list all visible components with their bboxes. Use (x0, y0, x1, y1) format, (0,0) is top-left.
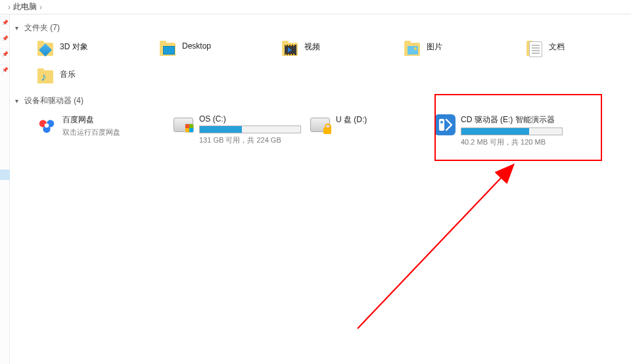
folder-documents[interactable]: 文档 (521, 37, 594, 62)
device-name: 百度网盘 (62, 114, 165, 125)
device-name: U 盘 (D:) (336, 114, 427, 125)
sidebar-selection-indicator (0, 170, 10, 180)
baidu-netdisk-icon (36, 114, 57, 135)
folder-label: 文档 (549, 40, 565, 53)
folder-icon (36, 40, 56, 60)
group-title: 设备和驱动器 (4) (24, 95, 83, 106)
device-usb-d[interactable]: U 盘 (D:) (306, 110, 431, 151)
folder-desktop[interactable]: Desktop (154, 37, 277, 62)
folder-label: Desktop (182, 40, 211, 51)
folder-icon (158, 40, 178, 60)
device-name: OS (C:) (199, 114, 302, 124)
folder-icon (281, 40, 300, 60)
usb-drive-icon (310, 114, 331, 135)
device-baidu-netdisk[interactable]: 百度网盘 双击运行百度网盘 (32, 110, 169, 151)
folder-pictures[interactable]: 图片 (399, 37, 521, 62)
pin-icon: 📌 (2, 35, 7, 41)
folder-label: 音乐 (60, 68, 76, 80)
content-pane: ▾ 文件夹 (7) 3D 对象 Desktop 视频 (10, 14, 631, 364)
pin-icon: 📌 (2, 51, 7, 57)
device-os-c[interactable]: OS (C:) 131 GB 可用，共 224 GB (169, 110, 306, 151)
folder-icon (525, 40, 545, 60)
pin-icon: 📌 (2, 67, 7, 72)
folder-icon (36, 68, 56, 87)
breadcrumb-separator: › (39, 3, 42, 12)
quick-access-sidebar: 📌 📌 📌 📌 (0, 14, 10, 364)
folder-label: 3D 对象 (60, 40, 88, 53)
folder-music[interactable]: 音乐 (32, 65, 631, 90)
device-subtitle: 双击运行百度网盘 (62, 127, 165, 137)
chevron-down-icon: ▾ (15, 97, 24, 104)
annotation-highlight-box (434, 94, 602, 161)
group-title: 文件夹 (7) (24, 22, 60, 34)
folder-label: 图片 (427, 40, 442, 53)
folder-label: 视频 (304, 40, 320, 53)
folder-icon (403, 40, 423, 60)
folder-3d-objects[interactable]: 3D 对象 (32, 37, 154, 62)
breadcrumb-root[interactable]: 此电脑 (13, 1, 37, 12)
breadcrumb[interactable]: › 此电脑 › (0, 0, 631, 14)
drive-icon (173, 114, 194, 135)
chevron-down-icon: ▾ (15, 24, 24, 32)
pin-icon: 📌 (2, 20, 7, 25)
breadcrumb-separator: › (8, 3, 11, 12)
device-subtitle: 131 GB 可用，共 224 GB (199, 135, 302, 145)
folders-row: 3D 对象 Desktop 视频 图片 (12, 37, 631, 93)
group-header-folders[interactable]: ▾ 文件夹 (7) (12, 20, 631, 37)
svg-point-3 (45, 124, 49, 128)
folder-videos[interactable]: 视频 (277, 37, 399, 62)
capacity-bar (199, 125, 301, 133)
